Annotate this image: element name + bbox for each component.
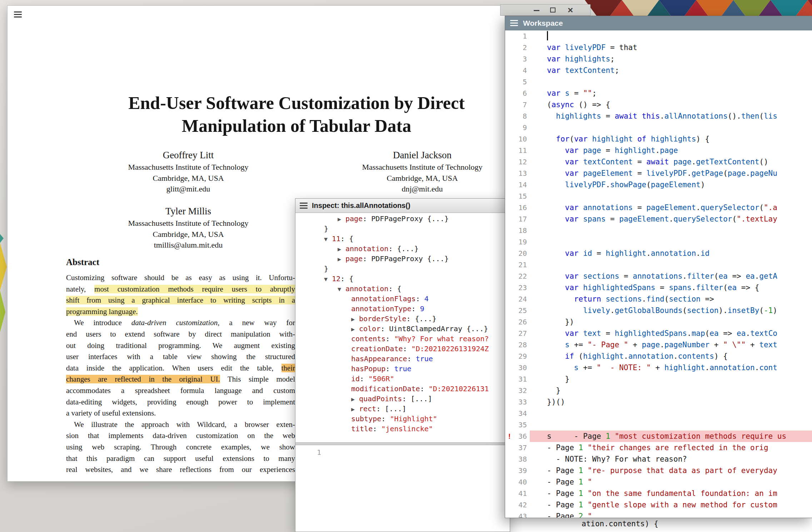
code-line-content[interactable]: s += "- Page " + page.pageNumber + " \""… [530,339,812,350]
code-line-content[interactable]: }) [530,316,812,328]
tree-row[interactable]: ▶color: Uint8ClampedArray {...} [295,324,510,334]
collapse-icon[interactable]: ▼ [324,234,332,244]
code-line-content[interactable]: var highlights; [530,53,812,65]
tree-row[interactable]: ▶page: PDFPageProxy {...} [295,254,510,264]
author-email[interactable]: dnj@mit.edu [329,184,515,195]
code-line[interactable]: 20 var id = highlight.annotation.id [505,248,812,259]
code-line-content[interactable] [530,419,812,431]
code-line[interactable]: 7(async () => { [505,99,812,110]
code-line-content[interactable]: var textContent = await page.getTextCont… [530,156,812,168]
code-line-content[interactable]: highlights = await this.allAnnotations()… [530,110,812,122]
tree-row[interactable]: modificationDate: "D:20210226131 [295,384,510,394]
code-line-content[interactable] [530,122,812,133]
code-line[interactable]: 43- Page 2 " [505,511,812,518]
code-line[interactable]: 3var highlights; [505,53,812,65]
code-line-content[interactable]: - Page 1 "re- purpose that data as part … [530,465,812,476]
code-line-content[interactable]: var s = ""; [530,88,812,99]
code-editor[interactable]: 12var livelyPDF = that3var highlights;4v… [505,30,812,518]
code-line[interactable]: 23 var highlightedSpans = spans.filter(e… [505,282,812,293]
code-line-content[interactable]: } [530,373,812,385]
code-line[interactable]: 41- Page 1 "on the same fundamental foun… [505,488,812,499]
tree-row[interactable]: annotationType: 9 [295,304,510,314]
code-line[interactable]: 2var livelyPDF = that [505,42,812,53]
collapse-icon[interactable]: ▼ [324,274,332,284]
code-line-content[interactable]: livelyPDF.showPage(pageElement) [530,179,812,190]
code-line-content[interactable]: - Page 1 " [530,476,812,488]
code-line[interactable]: 22 var sections = annotations.filter(ea … [505,270,812,282]
code-line-content[interactable] [530,30,812,42]
expand-icon[interactable]: ▶ [351,404,359,414]
tree-row[interactable]: ▼annotation: { [295,284,510,294]
code-line[interactable]: 39- Page 1 "re- purpose that data as par… [505,465,812,476]
tree-row[interactable]: ▶quadPoints: [...] [295,394,510,404]
expand-icon[interactable]: ▶ [338,254,345,264]
expand-icon[interactable]: ▶ [338,244,345,254]
code-line-content[interactable] [530,225,812,236]
code-line-content[interactable]: for(var highlight of highlights) { [530,133,812,145]
tree-row[interactable]: subtype: "Highlight" [295,414,510,424]
inspector-code-pane[interactable]: 1 [295,445,510,532]
code-line-content[interactable]: var pageElement = livelyPDF.getPage(page… [530,168,812,179]
tree-row[interactable]: ▼12: { [295,274,510,284]
code-line[interactable]: 29 if (highlight.annotation.contents) { [505,350,812,362]
code-line-content[interactable] [530,408,812,419]
code-line-content[interactable]: var id = highlight.annotation.id [530,248,812,259]
code-line[interactable]: 28 s += "- Page " + page.pageNumber + " … [505,339,812,350]
code-line-content[interactable] [530,190,812,202]
tree-row[interactable]: ▶page: PDFPageProxy {...} [295,214,510,224]
code-line[interactable]: 17 var spans = pageElement.querySelector… [505,213,812,225]
tree-row[interactable]: ▶annotation: {...} [295,244,510,254]
code-line-content[interactable]: } [530,385,812,396]
expand-icon[interactable]: ▶ [351,394,359,404]
code-line[interactable]: 13 var pageElement = livelyPDF.getPage(p… [505,168,812,179]
inspector-titlebar[interactable]: Inspect: this.allAnnotations() [295,199,510,213]
tree-row[interactable]: ▶borderStyle: {...} [295,314,510,324]
code-line[interactable]: 4var textContent; [505,65,812,76]
code-line[interactable]: 25 lively.getGlobalBounds(section).inset… [505,305,812,316]
expand-icon[interactable]: ▶ [351,324,359,334]
code-line[interactable]: 16 var annotations = pageElement.querySe… [505,202,812,213]
pane-resizer[interactable] [295,442,510,445]
code-line[interactable]: 24 return sections.find(section => [505,293,812,305]
code-line[interactable]: 42- Page 1 "gentle slope with a new meth… [505,499,812,511]
menu-icon[interactable] [14,10,22,19]
code-line[interactable]: 19 [505,236,812,248]
expand-icon[interactable]: ▶ [338,214,345,224]
code-line[interactable]: 12 var textContent = await page.getTextC… [505,156,812,168]
code-line[interactable]: 26 }) [505,316,812,328]
code-line-content[interactable] [530,259,812,270]
code-line[interactable]: 31 } [505,373,812,385]
collapse-icon[interactable]: ▼ [338,284,345,294]
tree-row[interactable]: creationDate: "D:20210226131924Z [295,344,510,354]
tree-row[interactable]: hasPopup: true [295,364,510,374]
author-email[interactable]: tmillis@alum.mit.edu [95,240,281,251]
code-line-content[interactable]: s += " - NOTE: " + highlight.annotation.… [530,362,812,373]
close-icon[interactable]: × [568,5,573,15]
code-line-content[interactable]: var livelyPDF = that [530,42,812,53]
tree-row[interactable]: } [295,264,510,274]
code-line[interactable]: 34 [505,408,812,419]
tree-row[interactable]: ▼11: { [295,234,510,244]
code-line-content[interactable]: - Page 1 "on the same fundamental founda… [530,488,812,499]
object-tree[interactable]: ▶page: PDFPageProxy {...}}▼11: {▶annotat… [295,213,510,442]
code-line[interactable]: 21 [505,259,812,270]
code-line[interactable]: 10 for(var highlight of highlights) { [505,133,812,145]
workspace-titlebar[interactable]: Workspace [505,16,812,30]
menu-icon[interactable] [510,19,518,28]
code-line-content[interactable] [530,236,812,248]
tree-row[interactable]: } [295,224,510,234]
code-line-content[interactable]: lively.getGlobalBounds(section).insetBy(… [530,305,812,316]
code-line-content[interactable]: - Page 2 " [530,511,812,518]
code-line[interactable]: 1 [505,30,812,42]
code-line[interactable]: 37- Page 1 "their changes are reflected … [505,442,812,453]
code-line[interactable]: 11 var page = highlight.page [505,145,812,156]
code-line[interactable]: 30 s += " - NOTE: " + highlight.annotati… [505,362,812,373]
code-line[interactable]: 14 livelyPDF.showPage(pageElement) [505,179,812,190]
code-line[interactable]: 8 highlights = await this.allAnnotations… [505,110,812,122]
code-line-content[interactable]: var page = highlight.page [530,145,812,156]
tree-row[interactable]: contents: "Why? For what reason? [295,334,510,344]
code-line[interactable]: 6var s = ""; [505,88,812,99]
tree-row[interactable]: ▶rect: [...] [295,404,510,414]
author-email[interactable]: glitt@mit.edu [95,184,281,195]
tree-row[interactable]: title: "jenslincke" [295,424,510,434]
